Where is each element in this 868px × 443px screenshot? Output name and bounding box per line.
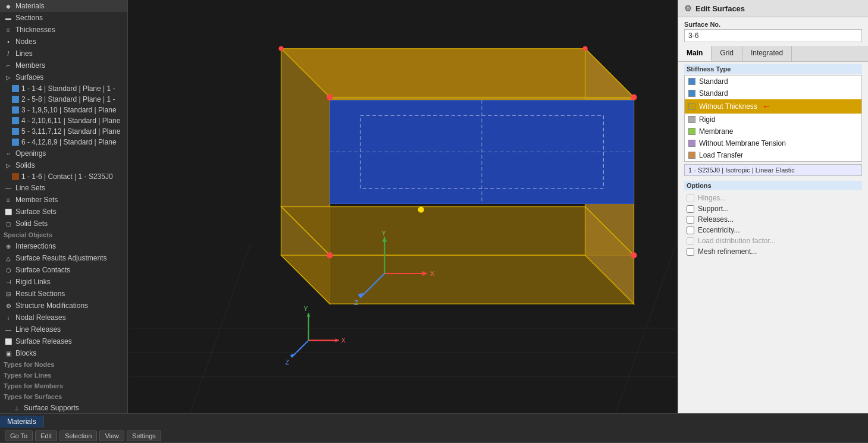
sidebar-section-typesnodes: Types for Nodes (0, 359, 127, 370)
option-label-1: Support... (698, 205, 729, 213)
sidebar-section-typesmembers: Types for Members (0, 381, 127, 391)
bottom-tab-materials[interactable]: Materials (0, 416, 44, 428)
sidebar-item-label-surfaces: Surfaces (15, 73, 43, 81)
sidebar-item-sections[interactable]: ▬Sections (0, 12, 127, 24)
svg-point-19 (418, 207, 424, 213)
sidebar-item-blocks[interactable]: ▣Blocks (0, 347, 127, 359)
sidebar-item-members[interactable]: ⌐Members (0, 59, 127, 71)
option-row-1[interactable]: Support... (684, 203, 862, 214)
tab-grid[interactable]: Grid (712, 46, 742, 61)
option-row-0[interactable]: Hinges... (684, 193, 862, 203)
sidebar-item-nodes[interactable]: •Nodes (0, 36, 127, 48)
material-row[interactable]: 1 - S235J0 | Isotropic | Linear Elastic (684, 164, 862, 176)
stiffness-swatch-6 (688, 152, 695, 159)
sidebar-item-surf3[interactable]: 3 - 1,9,5,10 | Standard | Plane (0, 105, 127, 115)
sidebar-item-label-surfreleases: Surface Releases (15, 337, 72, 345)
svg-text:Z: Z (354, 299, 358, 306)
stiffness-swatch-5 (688, 140, 695, 147)
sidebar-item-thicknesses[interactable]: ≡Thicknesses (0, 24, 127, 36)
options-section: Options Hinges...Support...Releases...Ec… (678, 178, 868, 259)
toolbar-btn-selection[interactable]: Selection (59, 431, 97, 441)
color-swatch (12, 173, 19, 180)
toolbar-btn-settings[interactable]: Settings (127, 431, 161, 441)
sidebar-item-label-surfsupports: Surface Supports (24, 404, 79, 412)
surface-no-value[interactable]: 3-6 (684, 29, 862, 42)
option-row-4[interactable]: Load distribution factor... (684, 235, 862, 246)
surface-no-label: Surface No. (678, 17, 868, 29)
stiffness-item-0[interactable]: Standard (685, 76, 861, 87)
item-icon-sections: ▬ (4, 13, 13, 23)
option-row-2[interactable]: Releases... (684, 214, 862, 225)
stiffness-item-6[interactable]: Load Transfer (685, 149, 861, 161)
stiffness-item-5[interactable]: Without Membrane Tension (685, 137, 861, 149)
sidebar-item-surf6[interactable]: 6 - 4,12,8,9 | Standard | Plane (0, 137, 127, 147)
tab-integrated[interactable]: Integrated (742, 46, 792, 61)
sidebar-item-solidsets[interactable]: ◻Solid Sets (0, 218, 127, 230)
stiffness-item-4[interactable]: Membrane (685, 125, 861, 137)
toolbar-btn-edit[interactable]: Edit (35, 431, 57, 441)
sidebar-item-label-resultsections: Result Sections (15, 290, 65, 298)
sidebar-item-label-thicknesses: Thicknesses (15, 26, 55, 34)
stiffness-item-1[interactable]: Standard (685, 87, 861, 99)
sidebar-item-surfcontacts[interactable]: ⬡Surface Contacts (0, 264, 127, 276)
sidebar-item-surfacesets[interactable]: ⬜Surface Sets (0, 206, 127, 218)
option-checkbox-2[interactable] (687, 216, 694, 224)
sidebar-item-surf5[interactable]: 5 - 3,11,7,12 | Standard | Plane (0, 126, 127, 137)
sidebar-item-structmods[interactable]: ⚙Structure Modifications (0, 300, 127, 312)
sidebar-section-specialobj: Special Objects (0, 230, 127, 240)
sidebar: ◆Materials▬Sections≡Thicknesses•Nodes/Li… (0, 0, 128, 413)
stiffness-item-3[interactable]: Rigid (685, 114, 861, 125)
item-icon-surfresadj: △ (4, 253, 13, 263)
sidebar-item-label-members: Members (15, 61, 45, 70)
sidebar-item-intersections[interactable]: ⊕Intersections (0, 240, 127, 252)
gear-icon: ⚙ (684, 4, 692, 13)
3d-viewport[interactable]: X Y Z X Y Z (128, 0, 678, 413)
option-row-3[interactable]: Eccentricity... (684, 225, 862, 235)
selection-arrow: ← (762, 101, 772, 112)
sidebar-item-surf2[interactable]: 2 - 5-8 | Standard | Plane | 1 - (0, 94, 127, 105)
tab-main[interactable]: Main (678, 46, 712, 61)
sidebar-item-linereleases[interactable]: —Line Releases (0, 323, 127, 335)
sidebar-item-surf4[interactable]: 4 - 2,10,6,11 | Standard | Plane (0, 115, 127, 126)
color-swatch (12, 96, 19, 103)
sidebar-item-label-solidsets: Solid Sets (15, 219, 48, 228)
sidebar-item-membersets[interactable]: ≡Member Sets (0, 194, 127, 206)
toolbar-btn-view[interactable]: View (99, 431, 124, 441)
item-icon-nodalreleases: ↓ (4, 313, 13, 322)
sidebar-item-surfaces[interactable]: ▷Surfaces (0, 71, 127, 83)
sidebar-item-nodalreleases[interactable]: ↓Nodal Releases (0, 312, 127, 323)
sidebar-item-surfsupports[interactable]: ⊥Surface Supports (0, 402, 127, 413)
sidebar-item-lines[interactable]: /Lines (0, 48, 127, 59)
sidebar-item-linesets[interactable]: —Line Sets (0, 182, 127, 194)
sidebar-item-openings[interactable]: ○Openings (0, 147, 127, 159)
stiffness-swatch-1 (688, 90, 695, 97)
option-label-3: Eccentricity... (698, 226, 739, 234)
sidebar-item-solid1[interactable]: 1 - 1-6 | Contact | 1 - S235J0 (0, 171, 127, 182)
svg-point-15 (327, 252, 333, 258)
sidebar-item-materials[interactable]: ◆Materials (0, 0, 127, 12)
svg-point-14 (631, 94, 637, 100)
svg-marker-1 (281, 49, 634, 98)
color-swatch (12, 128, 19, 135)
sidebar-item-label-lines: Lines (15, 49, 33, 58)
sidebar-item-surfresadj[interactable]: △Surface Results Adjustments (0, 252, 127, 264)
sidebar-item-label-nodalreleases: Nodal Releases (15, 313, 66, 322)
option-checkbox-3[interactable] (687, 227, 694, 234)
option-checkbox-1[interactable] (687, 205, 694, 213)
option-checkbox-5[interactable] (687, 248, 694, 256)
svg-point-13 (327, 94, 333, 100)
sidebar-item-resultsections[interactable]: ⊟Result Sections (0, 288, 127, 300)
stiffness-item-2[interactable]: Without Thickness← (685, 99, 861, 114)
sidebar-item-solids[interactable]: ▷Solids (0, 159, 127, 171)
sidebar-item-label-sections: Sections (15, 14, 43, 22)
sidebar-item-rigidlinks[interactable]: ⊣Rigid Links (0, 276, 127, 288)
toolbar-btn-go-to[interactable]: Go To (5, 431, 33, 441)
sidebar-item-label-intersections: Intersections (15, 242, 56, 250)
sidebar-item-surf1[interactable]: 1 - 1-4 | Standard | Plane | 1 - (0, 83, 127, 94)
option-row-5[interactable]: Mesh refinement... (684, 246, 862, 257)
sidebar-item-label-solid1: 1 - 1-6 | Contact | 1 - S235J0 (21, 172, 113, 181)
color-swatch (12, 139, 19, 146)
sidebar-item-label-surf4: 4 - 2,10,6,11 | Standard | Plane (21, 117, 120, 125)
sidebar-item-surfreleases[interactable]: ⬜Surface Releases (0, 335, 127, 347)
stiffness-swatch-0 (688, 78, 695, 85)
